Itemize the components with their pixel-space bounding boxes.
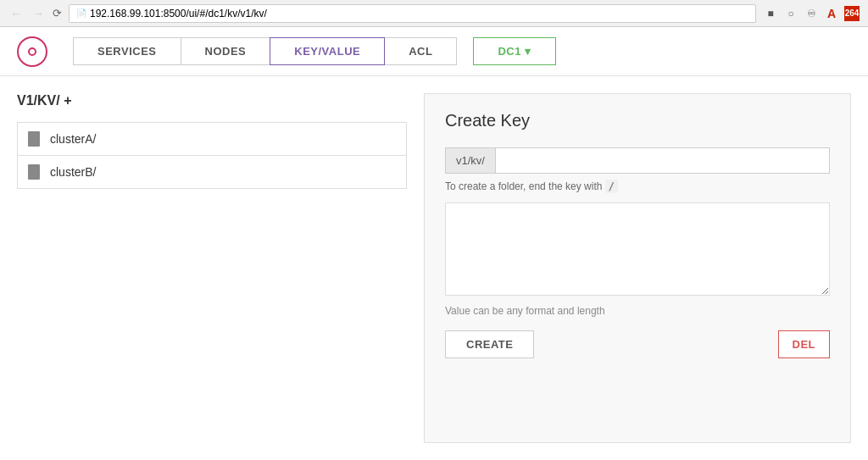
right-panel: Create Key v1/kv/ To create a folder, en… (424, 93, 851, 443)
menu-icon-3: A (824, 6, 839, 21)
back-button[interactable]: ← (8, 6, 24, 21)
menu-icon-4: 264 (844, 6, 860, 21)
nav-tab-acl[interactable]: ACL (384, 37, 457, 65)
breadcrumb: V1/KV/ + (17, 93, 407, 108)
forward-button[interactable]: → (31, 6, 46, 21)
action-row: CREATE DEL (445, 330, 830, 358)
browser-chrome: ← → ⟳ 📄 ■ ○ ♾ A 264 (0, 0, 868, 27)
value-hint: Value can be any format and length (445, 305, 830, 317)
create-key-title: Create Key (445, 111, 830, 130)
key-prefix: v1/kv/ (446, 148, 496, 173)
nav-tab-nodes[interactable]: NODES (181, 37, 271, 65)
nav-tab-dc[interactable]: DC1 ▾ (473, 37, 555, 65)
browser-toolbar: ■ ○ ♾ A 264 (763, 6, 860, 21)
key-input[interactable] (496, 148, 829, 173)
right-panel-inner: Create Key v1/kv/ To create a folder, en… (425, 94, 850, 375)
folder-hint: To create a folder, end the key with / (445, 180, 830, 192)
folder-icon (28, 131, 40, 147)
logo (17, 36, 47, 67)
left-panel: V1/KV/ + clusterA/ clusterB/ (17, 93, 407, 443)
menu-icon-2: ♾ (804, 6, 819, 21)
key-input-row: v1/kv/ (445, 147, 830, 174)
nav-tab-keyvalue[interactable]: KEY/VALUE (270, 37, 385, 65)
folder-name: clusterA/ (50, 132, 96, 146)
folder-name: clusterB/ (50, 165, 96, 179)
logo-area (17, 36, 47, 67)
url-input[interactable] (90, 8, 748, 19)
nav-tabs: SERVICES NODES KEY/VALUE ACL DC1 ▾ (73, 37, 851, 65)
menu-icon-1: ○ (783, 6, 798, 21)
nav-tab-services[interactable]: SERVICES (73, 37, 181, 65)
create-button[interactable]: CREATE (445, 330, 534, 358)
list-item[interactable]: clusterB/ (17, 155, 407, 189)
value-textarea[interactable] (445, 202, 830, 296)
list-item[interactable]: clusterA/ (17, 122, 407, 156)
folder-hint-char: / (605, 180, 618, 193)
logo-inner (28, 47, 36, 56)
app-header: SERVICES NODES KEY/VALUE ACL DC1 ▾ (0, 27, 868, 76)
page-icon: 📄 (76, 8, 86, 18)
folder-list: clusterA/ clusterB/ (17, 122, 407, 189)
bookmark-icon: ■ (763, 6, 778, 21)
delete-button[interactable]: DEL (778, 330, 831, 358)
reload-button[interactable]: ⟳ (53, 7, 62, 19)
folder-hint-text: To create a folder, end the key with (445, 180, 605, 192)
folder-icon (28, 164, 40, 180)
main-content: V1/KV/ + clusterA/ clusterB/ Create Key … (0, 76, 868, 460)
address-bar: 📄 (69, 4, 756, 23)
